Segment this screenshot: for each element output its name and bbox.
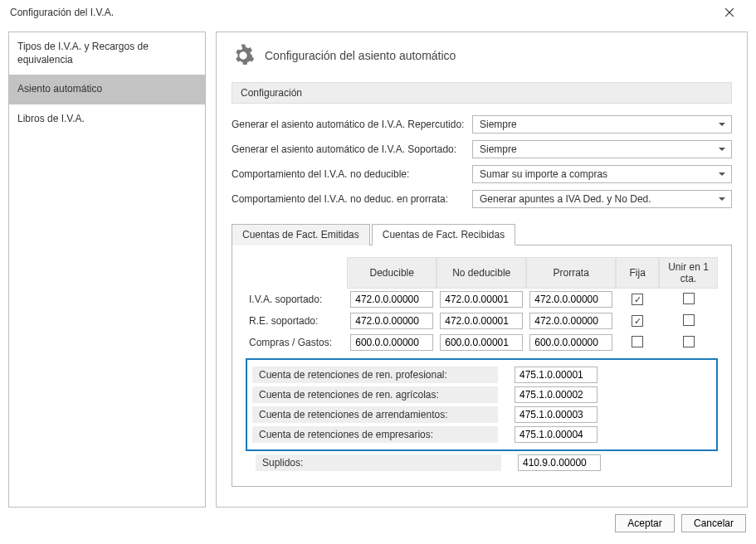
row-compras-gastos: Compras / Gastos: bbox=[246, 332, 718, 353]
input-suplidos[interactable] bbox=[518, 454, 601, 471]
input-cg-ded[interactable] bbox=[350, 334, 433, 351]
sidebar-item-asiento-automatico[interactable]: Asiento automático bbox=[9, 75, 205, 104]
combo-prorrata[interactable]: Generar apuntes a IVA Ded. y No Ded. bbox=[472, 190, 732, 208]
input-cg-pro[interactable] bbox=[529, 334, 612, 351]
cancel-button[interactable]: Cancelar bbox=[681, 514, 746, 532]
input-ret-profesional[interactable] bbox=[515, 367, 597, 383]
label-no-deducible: Comportamiento del I.V.A. no deducible: bbox=[232, 168, 472, 180]
row-re-soportado: R.E. soportado: bbox=[246, 310, 718, 332]
window-title: Configuración del I.V.A. bbox=[10, 7, 114, 18]
close-button[interactable] bbox=[713, 0, 746, 25]
tab-fact-recibidas[interactable]: Cuentas de Fact. Recibidas bbox=[372, 224, 515, 245]
chk-re-sop-fija[interactable] bbox=[632, 315, 643, 327]
input-re-sop-noded[interactable] bbox=[440, 313, 523, 329]
chk-re-sop-unir[interactable] bbox=[683, 314, 695, 326]
input-ret-empresarios[interactable] bbox=[515, 426, 597, 443]
row-iva-soportado: I.V.A. soportado: bbox=[246, 289, 718, 310]
sidebar-item-libros-iva[interactable]: Libros de I.V.A. bbox=[9, 104, 205, 134]
th-deducible: Deducible bbox=[347, 257, 437, 289]
input-iva-sop-pro[interactable] bbox=[529, 291, 612, 308]
config-header: Configuración bbox=[232, 82, 732, 104]
ret-row-arrendamientos: Cuenta de retenciones de arrendamientos: bbox=[252, 405, 711, 425]
th-unir: Unir en 1 cta. bbox=[659, 257, 718, 289]
accept-button[interactable]: Aceptar bbox=[615, 514, 675, 532]
chk-iva-sop-unir[interactable] bbox=[683, 293, 695, 304]
tabs: Cuentas de Fact. Emitidas Cuentas de Fac… bbox=[232, 223, 732, 245]
ret-row-empresarios: Cuenta de retenciones de empresarios: bbox=[252, 425, 711, 444]
label-prorrata: Comportamiento del I.V.A. no deduc. en p… bbox=[232, 193, 472, 205]
tab-fact-emitidas[interactable]: Cuentas de Fact. Emitidas bbox=[232, 224, 370, 245]
th-fija: Fija bbox=[616, 257, 659, 289]
input-re-sop-pro[interactable] bbox=[529, 313, 612, 329]
input-iva-sop-ded[interactable] bbox=[350, 291, 433, 308]
combo-iva-soportado[interactable]: Siempre bbox=[472, 140, 732, 158]
section-heading: Configuración del asiento automático bbox=[265, 49, 456, 62]
retenciones-highlight: Cuenta de retenciones de ren. profesiona… bbox=[246, 358, 718, 451]
input-ret-agricolas[interactable] bbox=[515, 386, 597, 403]
sidebar-item-tipos-iva[interactable]: Tipos de I.V.A. y Recargos de equivalenc… bbox=[9, 32, 205, 75]
input-ret-arrendamientos[interactable] bbox=[515, 406, 597, 423]
gear-icon bbox=[232, 44, 255, 67]
close-icon bbox=[725, 8, 734, 17]
chk-iva-sop-fija[interactable] bbox=[632, 294, 643, 305]
combo-iva-repercutido[interactable]: Siempre bbox=[472, 115, 732, 134]
ret-row-profesional: Cuenta de retenciones de ren. profesiona… bbox=[252, 365, 711, 385]
sidebar: Tipos de I.V.A. y Recargos de equivalenc… bbox=[8, 32, 206, 508]
ret-row-agricolas: Cuenta de retenciones de ren. agrícolas: bbox=[252, 385, 711, 405]
footer: Aceptar Cancelar bbox=[0, 508, 756, 539]
tab-panel-fact-recibidas: Deducible No deducible Prorrata Fija Uni… bbox=[232, 245, 732, 487]
th-prorrata: Prorrata bbox=[526, 257, 616, 289]
chk-cg-unir[interactable] bbox=[683, 336, 695, 347]
label-iva-repercutido: Generar el asiento automático de I.V.A. … bbox=[232, 119, 472, 130]
input-iva-sop-noded[interactable] bbox=[440, 291, 523, 308]
titlebar: Configuración del I.V.A. bbox=[0, 0, 756, 25]
combo-no-deducible[interactable]: Sumar su importe a compras bbox=[472, 165, 732, 183]
row-suplidos: Suplidos: bbox=[246, 451, 718, 471]
th-no-deducible: No deducible bbox=[437, 257, 526, 289]
input-re-sop-ded[interactable] bbox=[350, 313, 433, 329]
main-panel: Configuración del asiento automático Con… bbox=[216, 32, 748, 508]
input-cg-noded[interactable] bbox=[440, 334, 523, 351]
label-iva-soportado: Generar el asiento automático de I.V.A. … bbox=[232, 143, 472, 155]
chk-cg-fija[interactable] bbox=[632, 336, 643, 347]
